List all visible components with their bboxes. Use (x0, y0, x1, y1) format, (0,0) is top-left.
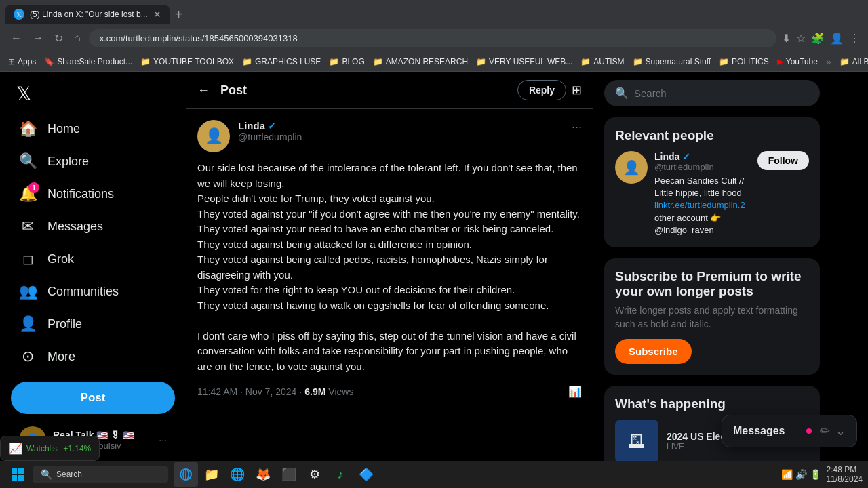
profile-icon[interactable]: 👤 (830, 32, 844, 45)
search-input[interactable] (634, 87, 809, 99)
subscribe-button[interactable]: Subscribe (615, 339, 692, 364)
bookmark-politics-label: POLITICS (732, 57, 769, 66)
bookmark-politics[interactable]: 📁 POLITICS (719, 57, 769, 66)
tweet-stats-icon[interactable]: 📊 (568, 385, 582, 398)
browser-chrome: 𝕏 (5) Linda on X: "Our side lost b... ✕ … (0, 0, 868, 72)
explore-icon: 🔍 (19, 152, 37, 170)
taskbar-misc-icon[interactable]: 🔷 (354, 462, 378, 487)
menu-icon[interactable]: ⋮ (849, 32, 860, 45)
follow-button[interactable]: Follow (757, 151, 809, 170)
sidebar-item-profile[interactable]: 👤 Profile (11, 308, 175, 340)
system-time: 2:48 PM 11/8/2024 (827, 465, 863, 484)
taskbar-spotify-icon[interactable]: ♪ (328, 462, 353, 487)
bookmark-all[interactable]: 📁 All Bookmarks (840, 57, 868, 66)
bookmark-graphics[interactable]: 📁 GRAPHICS I USE (242, 57, 321, 66)
url-bar[interactable] (89, 29, 776, 47)
home-icon: 🏠 (19, 120, 37, 138)
sidebar-item-communities[interactable]: 👥 Communities (11, 276, 175, 307)
sidebar-more-label: More (47, 350, 75, 364)
bookmark-apps[interactable]: ⊞ Apps (8, 57, 36, 66)
tweet-author: 👤 Linda ✓ @turtledumplin ··· (197, 120, 582, 152)
sidebar-profile-label: Profile (47, 317, 82, 331)
folder-icon-4: 📁 (373, 57, 383, 66)
extension-icon[interactable]: 🧩 (811, 32, 825, 45)
bookmark-supernatural[interactable]: 📁 Supernatural Stuff (633, 57, 711, 66)
bookmark-youtube[interactable]: ▶ YouTube (777, 57, 818, 66)
sidebar-item-home[interactable]: 🏠 Home (11, 113, 175, 144)
taskbar-files-icon[interactable]: 📁 (199, 462, 224, 487)
tweet-text: Our side lost because of the intolerance… (197, 161, 582, 374)
user-more-button[interactable]: ··· (159, 434, 167, 445)
person-verified-icon: ✓ (682, 151, 690, 162)
tweet-more-button[interactable]: ··· (572, 120, 582, 134)
more-icon: ⊙ (19, 348, 37, 365)
folder-icon-7: 📁 (633, 57, 643, 66)
youtube-icon: ▶ (777, 57, 783, 66)
star-icon[interactable]: ☆ (796, 32, 806, 45)
clock-time: 2:48 PM (827, 465, 863, 474)
bookmarks-overflow[interactable]: » (826, 56, 831, 67)
collapse-icon[interactable]: ⌄ (835, 424, 846, 439)
folder-icon-1: 📁 (140, 57, 151, 66)
taskbar-settings-icon[interactable]: ⚙ (302, 462, 327, 487)
volume-icon[interactable]: 🔊 (795, 469, 807, 480)
profile-nav-icon: 👤 (19, 315, 37, 333)
sidebar-item-notifications[interactable]: 🔔 1 Notifications (11, 178, 175, 209)
tweet-separator: · (299, 386, 302, 397)
watchlist-icon: 📈 (9, 442, 22, 455)
messages-toast[interactable]: Messages ✏ ⌄ (722, 415, 857, 447)
tray-icons: 📶 🔊 🔋 (781, 469, 821, 480)
bookmark-supernatural-label: Supernatural Stuff (646, 57, 711, 66)
x-logo[interactable]: 𝕏 (11, 77, 175, 110)
sidebar: 𝕏 🏠 Home 🔍 Explore 🔔 1 Notifications ✉ M… (0, 72, 186, 488)
start-button[interactable] (5, 462, 30, 487)
sidebar-item-explore[interactable]: 🔍 Explore (11, 146, 175, 177)
bookmark-sharesale[interactable]: 🔖 ShareSale Product... (44, 57, 132, 66)
sidebar-notifications-label: Notifications (47, 187, 114, 201)
sidebar-item-grok[interactable]: ◻ Grok (11, 243, 175, 274)
network-icon[interactable]: 📶 (781, 469, 793, 480)
bookmark-amazon[interactable]: 📁 AMAZON RESEARCH (373, 57, 468, 66)
premium-title: Subscribe to Premium to write your own l… (615, 269, 809, 299)
bookmark-useful-web[interactable]: 📁 VERY USEFUL WEB... (476, 57, 572, 66)
reload-button[interactable]: ↻ (52, 29, 66, 47)
taskbar-app-icons: 📁 🌐 🦊 ⬛ ⚙ ♪ 🔷 (174, 462, 378, 487)
sidebar-item-more[interactable]: ⊙ More (11, 341, 175, 372)
active-tab[interactable]: 𝕏 (5) Linda on X: "Our side lost b... ✕ (5, 5, 170, 24)
bookmark-blog[interactable]: 📁 BLOG (329, 57, 364, 66)
settings-button[interactable]: ⊞ (572, 83, 582, 98)
sidebar-item-messages[interactable]: ✉ Messages (11, 211, 175, 242)
svg-rect-0 (12, 468, 17, 474)
battery-icon[interactable]: 🔋 (810, 469, 821, 480)
post-title: Post (220, 83, 517, 98)
tab-close-button[interactable]: ✕ (153, 9, 161, 20)
taskbar-terminal-icon[interactable]: ⬛ (277, 462, 301, 487)
watchlist-widget[interactable]: 📈 Watchlist +1.14% (0, 436, 100, 461)
bookmark-graphics-label: GRAPHICS I USE (255, 57, 321, 66)
compose-icon[interactable]: ✏ (820, 424, 830, 439)
bookmark-autism[interactable]: 📁 AUTISM (580, 57, 624, 66)
system-tray: 📶 🔊 🔋 2:48 PM 11/8/2024 (781, 465, 863, 484)
tweet-author-name[interactable]: Linda ✓ (238, 120, 572, 131)
toolbar-icons: ⬇ ☆ 🧩 👤 ⋮ (782, 32, 860, 45)
back-button[interactable]: ← (197, 83, 210, 98)
taskbar-firefox-icon[interactable]: 🦊 (251, 462, 275, 487)
taskbar-browser-icon[interactable] (174, 462, 198, 487)
back-button[interactable]: ← (8, 29, 24, 47)
folder-icon-8: 📁 (719, 57, 729, 66)
forward-button[interactable]: → (30, 29, 46, 47)
download-icon[interactable]: ⬇ (782, 32, 791, 45)
search-box[interactable]: 🔍 (604, 80, 820, 106)
taskbar-search[interactable]: 🔍 Search (33, 466, 168, 483)
post-button[interactable]: Post (11, 382, 175, 414)
new-tab-button[interactable]: + (170, 7, 189, 22)
sidebar-messages-label: Messages (47, 220, 103, 234)
bio-link[interactable]: linktr.ee/turtledumplin.2 (654, 200, 745, 210)
person-name[interactable]: Linda ✓ (654, 151, 751, 162)
taskbar-chrome-icon[interactable]: 🌐 (225, 462, 250, 487)
bookmark-youtube-toolbox[interactable]: 📁 YOUTUBE TOOLBOX (140, 57, 234, 66)
person-card: 👤 Linda ✓ @turtledumplin Peecan Sandies … (615, 151, 809, 237)
home-button[interactable]: ⌂ (71, 29, 83, 47)
reply-button[interactable]: Reply (517, 80, 566, 100)
person-handle: @turtledumplin (654, 162, 751, 172)
